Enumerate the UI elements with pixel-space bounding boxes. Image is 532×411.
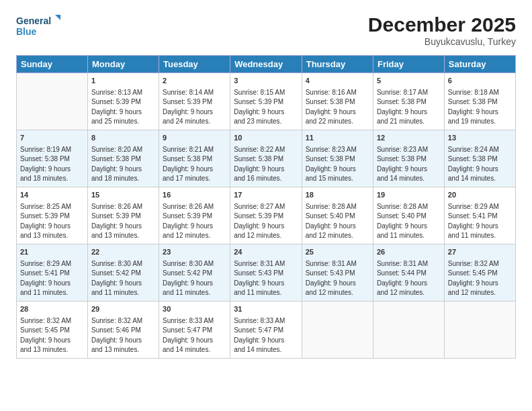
- day-info: Sunrise: 8:31 AM Sunset: 5:43 PM Dayligh…: [234, 259, 298, 298]
- calendar-cell: 25Sunrise: 8:31 AM Sunset: 5:43 PM Dayli…: [302, 244, 373, 301]
- calendar-week-5: 28Sunrise: 8:32 AM Sunset: 5:45 PM Dayli…: [17, 301, 516, 358]
- month-title: December 2025: [368, 13, 516, 36]
- day-info: Sunrise: 8:18 AM Sunset: 5:38 PM Dayligh…: [448, 88, 512, 127]
- day-number: 5: [377, 76, 441, 87]
- day-number: 29: [91, 304, 155, 315]
- calendar-cell: 1Sunrise: 8:13 AM Sunset: 5:39 PM Daylig…: [88, 73, 159, 130]
- calendar-cell: 28Sunrise: 8:32 AM Sunset: 5:45 PM Dayli…: [17, 301, 88, 358]
- day-info: Sunrise: 8:33 AM Sunset: 5:47 PM Dayligh…: [234, 316, 298, 355]
- calendar-cell: 20Sunrise: 8:29 AM Sunset: 5:41 PM Dayli…: [444, 187, 515, 244]
- day-number: 30: [163, 304, 226, 315]
- day-number: 9: [163, 133, 226, 144]
- col-header-thursday: Thursday: [302, 56, 373, 73]
- day-info: Sunrise: 8:32 AM Sunset: 5:45 PM Dayligh…: [448, 259, 512, 298]
- day-info: Sunrise: 8:30 AM Sunset: 5:42 PM Dayligh…: [163, 259, 226, 298]
- day-number: 13: [448, 133, 512, 144]
- calendar-cell: 9Sunrise: 8:21 AM Sunset: 5:38 PM Daylig…: [159, 130, 230, 187]
- col-header-sunday: Sunday: [17, 56, 88, 73]
- calendar-cell: 2Sunrise: 8:14 AM Sunset: 5:39 PM Daylig…: [159, 73, 230, 130]
- calendar-cell: 21Sunrise: 8:29 AM Sunset: 5:41 PM Dayli…: [17, 244, 88, 301]
- calendar-header-row: SundayMondayTuesdayWednesdayThursdayFrid…: [17, 56, 516, 73]
- day-number: 2: [163, 76, 226, 87]
- day-number: 20: [448, 190, 512, 201]
- calendar-cell: 5Sunrise: 8:17 AM Sunset: 5:38 PM Daylig…: [373, 73, 444, 130]
- day-info: Sunrise: 8:19 AM Sunset: 5:38 PM Dayligh…: [20, 145, 84, 184]
- day-info: Sunrise: 8:23 AM Sunset: 5:38 PM Dayligh…: [306, 145, 369, 184]
- day-info: Sunrise: 8:22 AM Sunset: 5:38 PM Dayligh…: [234, 145, 298, 184]
- day-number: 3: [234, 76, 298, 87]
- calendar-cell: 4Sunrise: 8:16 AM Sunset: 5:38 PM Daylig…: [302, 73, 373, 130]
- day-info: Sunrise: 8:13 AM Sunset: 5:39 PM Dayligh…: [91, 88, 155, 127]
- calendar-cell: 11Sunrise: 8:23 AM Sunset: 5:38 PM Dayli…: [302, 130, 373, 187]
- day-number: 6: [448, 76, 512, 87]
- calendar-cell: 7Sunrise: 8:19 AM Sunset: 5:38 PM Daylig…: [17, 130, 88, 187]
- calendar-cell: [302, 301, 373, 358]
- calendar-cell: 3Sunrise: 8:15 AM Sunset: 5:39 PM Daylig…: [230, 73, 302, 130]
- calendar-cell: 12Sunrise: 8:23 AM Sunset: 5:38 PM Dayli…: [373, 130, 444, 187]
- day-number: 28: [20, 304, 84, 315]
- calendar-cell: 23Sunrise: 8:30 AM Sunset: 5:42 PM Dayli…: [159, 244, 230, 301]
- calendar-cell: 18Sunrise: 8:28 AM Sunset: 5:40 PM Dayli…: [302, 187, 373, 244]
- day-number: 25: [306, 247, 369, 258]
- day-number: 7: [20, 133, 84, 144]
- calendar-cell: 27Sunrise: 8:32 AM Sunset: 5:45 PM Dayli…: [444, 244, 515, 301]
- day-number: 1: [91, 76, 155, 87]
- day-number: 31: [234, 304, 298, 315]
- title-block: December 2025 Buyukcavuslu, Turkey: [368, 13, 516, 47]
- day-number: 14: [20, 190, 84, 201]
- svg-text:General: General: [16, 15, 51, 26]
- day-info: Sunrise: 8:15 AM Sunset: 5:39 PM Dayligh…: [234, 88, 298, 127]
- day-info: Sunrise: 8:26 AM Sunset: 5:39 PM Dayligh…: [163, 202, 226, 241]
- day-info: Sunrise: 8:33 AM Sunset: 5:47 PM Dayligh…: [163, 316, 226, 355]
- calendar-cell: 14Sunrise: 8:25 AM Sunset: 5:39 PM Dayli…: [17, 187, 88, 244]
- day-info: Sunrise: 8:24 AM Sunset: 5:38 PM Dayligh…: [448, 145, 512, 184]
- calendar-cell: 17Sunrise: 8:27 AM Sunset: 5:39 PM Dayli…: [230, 187, 302, 244]
- day-number: 16: [163, 190, 226, 201]
- calendar-cell: 31Sunrise: 8:33 AM Sunset: 5:47 PM Dayli…: [230, 301, 302, 358]
- col-header-friday: Friday: [373, 56, 444, 73]
- calendar-cell: 22Sunrise: 8:30 AM Sunset: 5:42 PM Dayli…: [88, 244, 159, 301]
- calendar-cell: [373, 301, 444, 358]
- location: Buyukcavuslu, Turkey: [368, 36, 516, 47]
- day-info: Sunrise: 8:28 AM Sunset: 5:40 PM Dayligh…: [306, 202, 369, 241]
- calendar-cell: 30Sunrise: 8:33 AM Sunset: 5:47 PM Dayli…: [159, 301, 230, 358]
- logo: General Blue: [16, 13, 63, 40]
- calendar-cell: 13Sunrise: 8:24 AM Sunset: 5:38 PM Dayli…: [444, 130, 515, 187]
- calendar-cell: 29Sunrise: 8:32 AM Sunset: 5:46 PM Dayli…: [88, 301, 159, 358]
- day-number: 23: [163, 247, 226, 258]
- col-header-wednesday: Wednesday: [230, 56, 302, 73]
- day-info: Sunrise: 8:20 AM Sunset: 5:38 PM Dayligh…: [91, 145, 155, 184]
- svg-marker-2: [55, 15, 60, 20]
- day-info: Sunrise: 8:23 AM Sunset: 5:38 PM Dayligh…: [377, 145, 441, 184]
- calendar: SundayMondayTuesdayWednesdayThursdayFrid…: [16, 55, 516, 359]
- day-info: Sunrise: 8:29 AM Sunset: 5:41 PM Dayligh…: [448, 202, 512, 241]
- day-number: 21: [20, 247, 84, 258]
- day-info: Sunrise: 8:16 AM Sunset: 5:38 PM Dayligh…: [306, 88, 369, 127]
- day-info: Sunrise: 8:29 AM Sunset: 5:41 PM Dayligh…: [20, 259, 84, 298]
- calendar-week-3: 14Sunrise: 8:25 AM Sunset: 5:39 PM Dayli…: [17, 187, 516, 244]
- calendar-cell: 10Sunrise: 8:22 AM Sunset: 5:38 PM Dayli…: [230, 130, 302, 187]
- svg-text:Blue: Blue: [16, 26, 37, 37]
- day-number: 8: [91, 133, 155, 144]
- calendar-cell: 16Sunrise: 8:26 AM Sunset: 5:39 PM Dayli…: [159, 187, 230, 244]
- day-number: 22: [91, 247, 155, 258]
- day-number: 15: [91, 190, 155, 201]
- day-info: Sunrise: 8:14 AM Sunset: 5:39 PM Dayligh…: [163, 88, 226, 127]
- day-info: Sunrise: 8:28 AM Sunset: 5:40 PM Dayligh…: [377, 202, 441, 241]
- day-number: 4: [306, 76, 369, 87]
- calendar-week-4: 21Sunrise: 8:29 AM Sunset: 5:41 PM Dayli…: [17, 244, 516, 301]
- calendar-cell: 26Sunrise: 8:31 AM Sunset: 5:44 PM Dayli…: [373, 244, 444, 301]
- calendar-cell: 24Sunrise: 8:31 AM Sunset: 5:43 PM Dayli…: [230, 244, 302, 301]
- calendar-week-1: 1Sunrise: 8:13 AM Sunset: 5:39 PM Daylig…: [17, 73, 516, 130]
- day-number: 26: [377, 247, 441, 258]
- calendar-cell: [17, 73, 88, 130]
- day-number: 27: [448, 247, 512, 258]
- day-number: 18: [306, 190, 369, 201]
- day-info: Sunrise: 8:32 AM Sunset: 5:45 PM Dayligh…: [20, 316, 84, 355]
- day-info: Sunrise: 8:25 AM Sunset: 5:39 PM Dayligh…: [20, 202, 84, 241]
- col-header-saturday: Saturday: [444, 56, 515, 73]
- calendar-cell: 19Sunrise: 8:28 AM Sunset: 5:40 PM Dayli…: [373, 187, 444, 244]
- day-info: Sunrise: 8:27 AM Sunset: 5:39 PM Dayligh…: [234, 202, 298, 241]
- col-header-monday: Monday: [88, 56, 159, 73]
- calendar-cell: [444, 301, 515, 358]
